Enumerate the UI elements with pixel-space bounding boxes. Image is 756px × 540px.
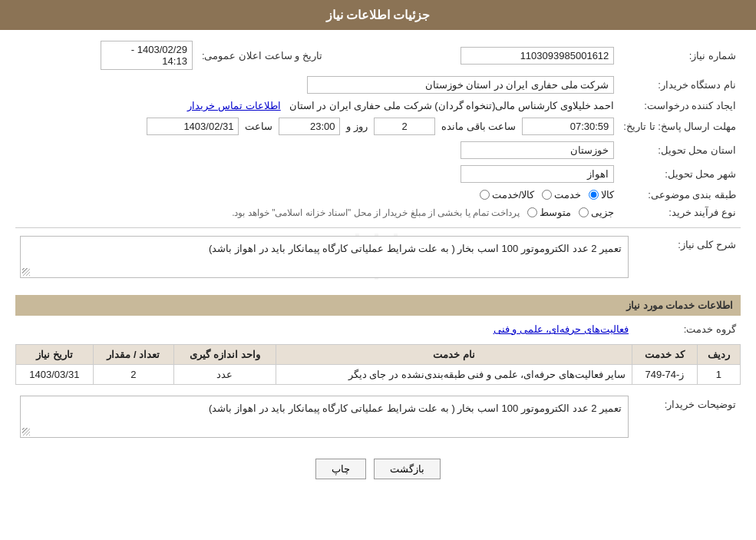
purchase-type-label: نوع فرآیند خرید: [619, 204, 741, 221]
service-group-table: گروه خدمت: فعالیت‌های حرفه‌ای، علمی و فن… [15, 320, 741, 338]
motevaset-radio[interactable] [527, 207, 537, 217]
khedmat-label: خدمت [554, 189, 581, 200]
comments-table: توضیحات خریدار: تعمیر 2 عدد الکتروموتور … [15, 393, 741, 447]
buyer-comments-label: توضیحات خریدار: [633, 393, 741, 447]
jozii-radio[interactable] [579, 207, 589, 217]
city-value: اهواز [15, 162, 619, 186]
deadline-days: 2 [374, 118, 435, 135]
deadline-label: مهلت ارسال پاسخ: تا تاریخ: [619, 114, 741, 138]
buyer-name-label: نام دستگاه خریدار: [619, 73, 741, 97]
category-label: طبقه بندی موضوعی: [619, 186, 741, 204]
buyer-comments-text: تعمیر 2 عدد الکتروموتور 100 اسب بخار ( ب… [209, 403, 622, 414]
description-box: تعمیر 2 عدد الکتروموتور 100 اسب بخار ( ب… [20, 236, 629, 278]
deadline-time: 23:00 [279, 118, 340, 135]
jozii-label: جزیی [591, 207, 614, 218]
back-button[interactable]: بازگشت [374, 459, 441, 479]
radio-jozii[interactable]: جزیی [579, 207, 614, 218]
cell-name: سایر فعالیت‌های حرفه‌ای، علمی و فنی طبقه… [276, 365, 632, 385]
description-table: شرح کلی نیاز: تعمیر 2 عدد الکتروموتور 10… [15, 233, 741, 287]
purchase-type-row: جزیی متوسط پرداخت تمام یا بخشی از مبلغ خ… [15, 204, 619, 221]
col-code: کد خدمت [632, 345, 697, 365]
description-cell: تعمیر 2 عدد الکتروموتور 100 اسب بخار ( ب… [15, 233, 633, 287]
announce-time-box: 1403/02/29 - 14:13 [101, 41, 193, 70]
cell-unit: عدد [174, 365, 276, 385]
deadline-row: 1403/02/31 ساعت 23:00 روز و 2 ساعت باقی … [15, 114, 619, 138]
creator-label: ایجاد کننده درخواست: [619, 97, 741, 114]
announce-time-value: 1403/02/29 - 14:13 [15, 38, 197, 73]
col-unit: واحد اندازه گیری [174, 345, 276, 365]
deadline-days-label: روز و [346, 121, 368, 132]
motevaset-label: متوسط [540, 207, 571, 218]
purchase-note: پرداخت تمام یا بخشی از مبلغ خریدار از مح… [232, 207, 520, 218]
category-row: کالا خدمت کالا/خدمت [15, 186, 619, 204]
service-group-value: فعالیت‌های حرفه‌ای، علمی و فنی [15, 320, 633, 338]
province-value: خوزستان [15, 138, 619, 162]
service-group-label: گروه خدمت: [633, 320, 741, 338]
kala-label: کالا [601, 189, 614, 200]
page-wrapper: جزئیات اطلاعات نیاز 🛡 شماره نیاز: 110309… [0, 0, 756, 540]
info-table: شماره نیاز: 1103093985001612 تاریخ و ساع… [15, 38, 741, 221]
creator-link[interactable]: اطلاعات تماس خریدار [187, 100, 280, 111]
cell-code: ز-74-749 [632, 365, 697, 385]
province-box: خوزستان [461, 141, 614, 159]
table-row: 1 ز-74-749 سایر فعالیت‌های حرفه‌ای، علمی… [16, 365, 741, 385]
services-section-header: اطلاعات خدمات مورد نیاز [15, 295, 741, 316]
description-label: شرح کلی نیاز: [633, 233, 741, 287]
page-title: جزئیات اطلاعات نیاز [326, 8, 431, 22]
province-label: استان محل تحویل: [619, 138, 741, 162]
city-label: شهر محل تحویل: [619, 162, 741, 186]
kala-khedmat-label: کالا/خدمت [492, 189, 535, 200]
creator-value: احمد خلیلاوی کارشناس مالی(تنخواه گردان) … [15, 97, 619, 114]
cell-qty: 2 [93, 365, 173, 385]
khedmat-radio[interactable] [542, 190, 552, 200]
deadline-date: 1403/02/31 [147, 118, 239, 135]
kala-khedmat-radio[interactable] [480, 190, 490, 200]
description-text: تعمیر 2 عدد الکتروموتور 100 اسب بخار ( ب… [209, 243, 622, 254]
print-button[interactable]: چاپ [315, 459, 366, 479]
buyer-comments-cell: تعمیر 2 عدد الکتروموتور 100 اسب بخار ( ب… [15, 393, 633, 447]
creator-text: احمد خلیلاوی کارشناس مالی(تنخواه گردان) … [289, 100, 615, 111]
need-number-label: شماره نیاز: [619, 38, 741, 73]
need-number-value: 1103093985001612 [327, 38, 619, 73]
resize-handle-comments [22, 428, 30, 436]
city-box: اهواز [461, 165, 614, 183]
service-group-link[interactable]: فعالیت‌های حرفه‌ای، علمی و فنی [494, 323, 629, 335]
buyer-name-value: شرکت ملی حفاری ایران در استان خوزستان [15, 73, 619, 97]
col-date: تاریخ نیاز [16, 345, 94, 365]
page-header: جزئیات اطلاعات نیاز [0, 0, 756, 30]
kala-radio[interactable] [589, 190, 599, 200]
services-table: ردیف کد خدمت نام خدمت واحد اندازه گیری ت… [15, 344, 741, 385]
button-group: بازگشت چاپ [15, 459, 741, 479]
buyer-name-box: شرکت ملی حفاری ایران در استان خوزستان [307, 76, 614, 94]
radio-motevaset[interactable]: متوسط [527, 207, 571, 218]
col-name: نام خدمت [276, 345, 632, 365]
announce-time-label: تاریخ و ساعت اعلان عمومی: [197, 38, 327, 73]
buyer-comments-box: تعمیر 2 عدد الکتروموتور 100 اسب بخار ( ب… [20, 396, 629, 438]
need-number-box: 1103093985001612 [461, 47, 614, 65]
radio-kala-khedmat[interactable]: کالا/خدمت [480, 189, 535, 200]
radio-kala[interactable]: کالا [589, 189, 614, 200]
col-qty: تعداد / مقدار [93, 345, 173, 365]
deadline-remaining: 07:30:59 [522, 118, 614, 135]
cell-rownum: 1 [697, 365, 740, 385]
deadline-time-label: ساعت [245, 121, 272, 132]
deadline-remaining-label: ساعت باقی مانده [441, 121, 516, 132]
cell-date: 1403/03/31 [16, 365, 94, 385]
resize-handle [22, 268, 30, 276]
radio-khedmat[interactable]: خدمت [542, 189, 581, 200]
col-rownum: ردیف [697, 345, 740, 365]
